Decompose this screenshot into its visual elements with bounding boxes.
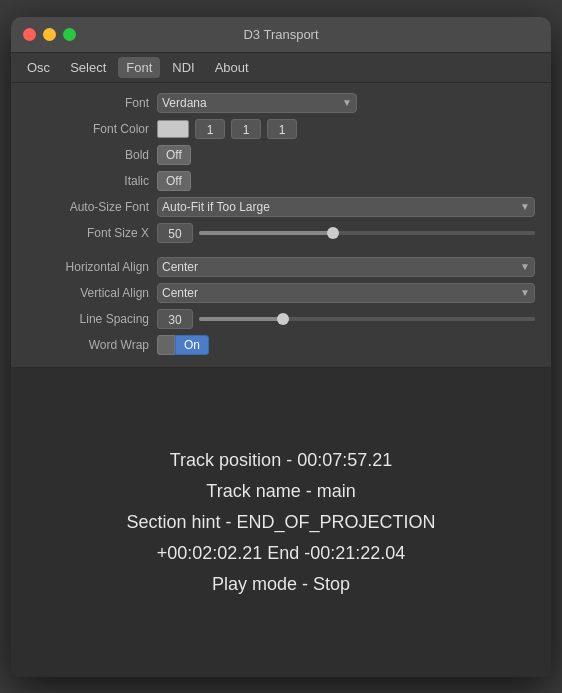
- autosize-row: Auto-Size Font Auto-Fit if Too Large ▼: [11, 195, 551, 219]
- separator-1: [11, 247, 551, 255]
- autosize-label: Auto-Size Font: [27, 200, 157, 214]
- linespacing-control: 30: [157, 309, 535, 329]
- preview-area: Track position - 00:07:57.21 Track name …: [11, 368, 551, 677]
- valign-dropdown[interactable]: Center ▼: [157, 283, 535, 303]
- close-button[interactable]: [23, 28, 36, 41]
- wordwrap-toggle: On: [157, 335, 209, 355]
- maximize-button[interactable]: [63, 28, 76, 41]
- italic-label: Italic: [27, 174, 157, 188]
- preview-line-2: Track name - main: [206, 478, 355, 505]
- fontsize-label: Font Size X: [27, 226, 157, 240]
- menu-item-select[interactable]: Select: [62, 57, 114, 78]
- bold-control: Off: [157, 145, 535, 165]
- valign-label: Vertical Align: [27, 286, 157, 300]
- font-color-b[interactable]: 1: [267, 119, 297, 139]
- font-control: Verdana ▼: [157, 93, 535, 113]
- font-label: Font: [27, 96, 157, 110]
- halign-dropdown-arrow: ▼: [520, 261, 530, 272]
- halign-label: Horizontal Align: [27, 260, 157, 274]
- fontsize-value[interactable]: 50: [157, 223, 193, 243]
- valign-control: Center ▼: [157, 283, 535, 303]
- halign-control: Center ▼: [157, 257, 535, 277]
- menu-item-font[interactable]: Font: [118, 57, 160, 78]
- window-title: D3 Transport: [243, 27, 318, 42]
- autosize-control: Auto-Fit if Too Large ▼: [157, 197, 535, 217]
- fontsize-thumb[interactable]: [327, 227, 339, 239]
- minimize-button[interactable]: [43, 28, 56, 41]
- menu-item-osc[interactable]: Osc: [19, 57, 58, 78]
- autosize-dropdown-arrow: ▼: [520, 201, 530, 212]
- font-color-label: Font Color: [27, 122, 157, 136]
- title-bar: D3 Transport: [11, 17, 551, 53]
- linespacing-thumb[interactable]: [277, 313, 289, 325]
- font-color-row: Font Color 1 1 1: [11, 117, 551, 141]
- window-controls: [23, 28, 76, 41]
- wordwrap-control: On: [157, 335, 535, 355]
- italic-toggle[interactable]: Off: [157, 171, 191, 191]
- linespacing-slider-container: 30: [157, 309, 535, 329]
- preview-line-5: Play mode - Stop: [212, 571, 350, 598]
- autosize-dropdown[interactable]: Auto-Fit if Too Large ▼: [157, 197, 535, 217]
- font-row: Font Verdana ▼: [11, 91, 551, 115]
- valign-row: Vertical Align Center ▼: [11, 281, 551, 305]
- wordwrap-row: Word Wrap On: [11, 333, 551, 357]
- main-window: D3 Transport Osc Select Font NDI About F…: [11, 17, 551, 677]
- fontsize-control: 50: [157, 223, 535, 243]
- linespacing-track[interactable]: [199, 317, 535, 321]
- valign-dropdown-value: Center: [162, 286, 198, 300]
- bold-toggle[interactable]: Off: [157, 145, 191, 165]
- italic-control: Off: [157, 171, 535, 191]
- wordwrap-on-btn[interactable]: On: [175, 335, 209, 355]
- font-dropdown-value: Verdana: [162, 96, 207, 110]
- fontsize-slider-container: 50: [157, 223, 535, 243]
- preview-line-1: Track position - 00:07:57.21: [170, 447, 392, 474]
- fontsize-fill: [199, 231, 333, 235]
- linespacing-row: Line Spacing 30: [11, 307, 551, 331]
- linespacing-fill: [199, 317, 283, 321]
- font-color-r[interactable]: 1: [195, 119, 225, 139]
- linespacing-value[interactable]: 30: [157, 309, 193, 329]
- valign-dropdown-arrow: ▼: [520, 287, 530, 298]
- fontsize-row: Font Size X 50: [11, 221, 551, 245]
- font-color-g[interactable]: 1: [231, 119, 261, 139]
- preview-line-3: Section hint - END_OF_PROJECTION: [126, 509, 435, 536]
- autosize-dropdown-value: Auto-Fit if Too Large: [162, 200, 270, 214]
- halign-dropdown[interactable]: Center ▼: [157, 257, 535, 277]
- bold-label: Bold: [27, 148, 157, 162]
- halign-dropdown-value: Center: [162, 260, 198, 274]
- font-dropdown[interactable]: Verdana ▼: [157, 93, 357, 113]
- wordwrap-off-btn[interactable]: [157, 335, 175, 355]
- italic-row: Italic Off: [11, 169, 551, 193]
- preview-line-4: +00:02:02.21 End -00:21:22.04: [157, 540, 406, 567]
- font-settings-panel: Font Verdana ▼ Font Color 1 1 1 Bold Off: [11, 83, 551, 368]
- wordwrap-label: Word Wrap: [27, 338, 157, 352]
- font-dropdown-arrow: ▼: [342, 97, 352, 108]
- font-color-control: 1 1 1: [157, 119, 535, 139]
- fontsize-track[interactable]: [199, 231, 535, 235]
- menu-bar: Osc Select Font NDI About: [11, 53, 551, 83]
- menu-item-about[interactable]: About: [207, 57, 257, 78]
- menu-item-ndi[interactable]: NDI: [164, 57, 202, 78]
- halign-row: Horizontal Align Center ▼: [11, 255, 551, 279]
- font-color-swatch[interactable]: [157, 120, 189, 138]
- linespacing-label: Line Spacing: [27, 312, 157, 326]
- bold-row: Bold Off: [11, 143, 551, 167]
